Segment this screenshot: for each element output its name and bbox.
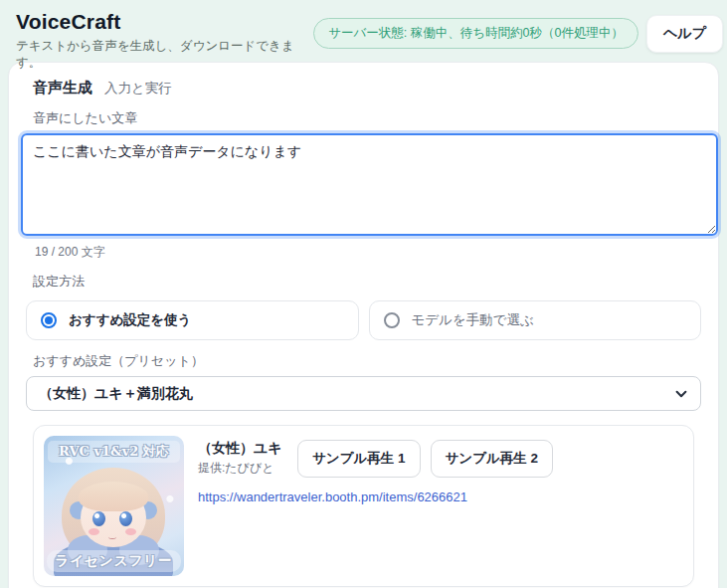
image-banner-license: ライセンスフリー — [47, 550, 181, 572]
section-title: 音声生成 — [33, 79, 92, 98]
option-label: おすすめ設定を使う — [69, 311, 191, 329]
preset-label: おすすめ設定（プリセット） — [33, 352, 700, 370]
radio-selected-icon[interactable] — [41, 312, 57, 328]
illustration-mouth — [108, 534, 116, 539]
header-actions: サーバー状態: 稼働中、待ち時間約0秒（0件処理中） ヘルプ — [313, 10, 723, 53]
char-counter: 19 / 200 文字 — [35, 244, 700, 261]
voice-generation-card: 音声生成 入力と実行 音声にしたい文章 ここに書いた文章が音声データになります … — [8, 62, 719, 588]
app-subtitle: テキストから音声を生成し、ダウンロードできます。 — [16, 38, 313, 72]
sample-buttons: サンプル再生 1 サンプル再生 2 — [297, 440, 553, 478]
server-status-badge: サーバー状態: 稼働中、待ち時間約0秒（0件処理中） — [313, 18, 638, 49]
method-label: 設定方法 — [33, 273, 700, 291]
method-options: おすすめ設定を使う モデルを手動で選ぶ — [26, 300, 701, 340]
preset-select-value: （女性）ユキ＋満別花丸 — [39, 385, 193, 403]
booth-link[interactable]: https://wandertraveler.booth.pm/items/62… — [198, 490, 683, 504]
app-title: VoiceCraft — [16, 10, 313, 34]
illustration-bangs — [79, 482, 148, 511]
radio-dot — [45, 316, 53, 324]
help-button[interactable]: ヘルプ — [646, 15, 723, 53]
preset-model-image: RVC v1&v2 対応 ライセンスフリー — [44, 436, 184, 576]
preset-top-row: （女性）ユキ 提供:たびびと サンプル再生 1 サンプル再生 2 — [198, 440, 683, 478]
sample-play-2-button[interactable]: サンプル再生 2 — [431, 440, 554, 478]
section-subtitle: 入力と実行 — [104, 80, 172, 98]
option-recommended-settings[interactable]: おすすめ設定を使う — [26, 300, 359, 340]
option-label: モデルを手動で選ぶ — [412, 311, 534, 329]
illustration-blush-right — [125, 528, 136, 535]
preset-details: （女性）ユキ 提供:たびびと サンプル再生 1 サンプル再生 2 https:/… — [198, 436, 683, 576]
option-manual-model[interactable]: モデルを手動で選ぶ — [369, 300, 702, 340]
illustration-eye-right — [119, 511, 132, 526]
section-header: 音声生成 入力と実行 — [21, 77, 706, 98]
preset-select[interactable]: （女性）ユキ＋満別花丸 — [26, 376, 701, 411]
radio-unselected-icon[interactable] — [384, 312, 400, 328]
preset-name-block: （女性）ユキ 提供:たびびと — [198, 440, 283, 477]
sample-play-1-button[interactable]: サンプル再生 1 — [297, 440, 421, 478]
illustration-eye-left — [92, 511, 105, 526]
voice-text-input[interactable]: ここに書いた文章が音声データになります — [21, 133, 718, 236]
page-header: VoiceCraft テキストから音声を生成し、ダウンロードできます。 サーバー… — [0, 0, 727, 62]
preset-info-card: RVC v1&v2 対応 ライセンスフリー （女性）ユキ 提供:たびびと サンプ… — [33, 425, 694, 587]
chevron-down-icon — [674, 387, 688, 401]
preset-name: （女性）ユキ — [198, 440, 283, 458]
header-titles: VoiceCraft テキストから音声を生成し、ダウンロードできます。 — [16, 10, 313, 72]
illustration-blush-left — [89, 528, 99, 535]
preset-provider: 提供:たびびと — [198, 460, 283, 477]
text-input-label: 音声にしたい文章 — [33, 109, 700, 127]
image-banner-rvc: RVC v1&v2 対応 — [48, 441, 180, 463]
